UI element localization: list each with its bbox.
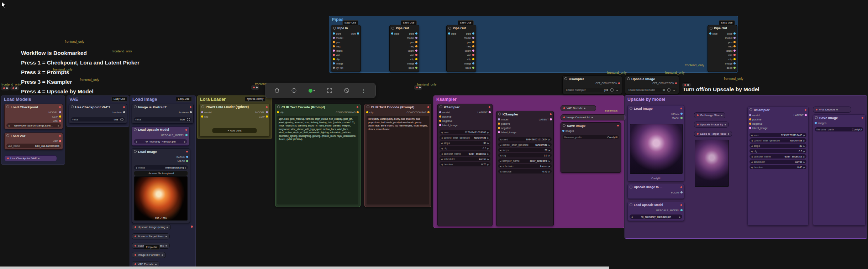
node-header[interactable]: Load Upscale Model [132,127,189,133]
widget-row[interactable]: ◀seed624957203118465▶ [749,133,806,137]
slot-dot[interactable] [185,134,188,136]
enable-ksampler-toggle[interactable]: Enable Ksampler yes → [564,88,620,92]
slot-dot[interactable] [498,131,500,133]
widget-row[interactable]: ◀seed617161431003762▶ [440,130,490,134]
collapse-dot[interactable] [563,124,565,127]
next-arrow-icon[interactable]: ▶ [803,145,805,147]
slot-dot[interactable] [357,111,359,113]
slot-dot[interactable] [584,108,585,109]
next-arrow-icon[interactable]: ▶ [487,136,489,139]
node-header[interactable]: Save Image [813,115,865,120]
info-button[interactable]: i [291,88,296,93]
collapsed-node[interactable] [1,86,10,91]
node-header[interactable]: Load Image [628,105,684,111]
prev-arrow-icon[interactable]: ◀ [751,155,753,158]
slot-dot[interactable] [733,37,736,39]
slot-dot[interactable] [415,50,417,52]
collapse-dot[interactable] [391,27,394,30]
slot-dot[interactable] [357,32,359,35]
collapse-dot[interactable] [6,105,9,108]
prev-arrow-icon[interactable]: ◀ [751,161,753,163]
slot-dot[interactable] [749,127,751,129]
toggle-icon[interactable] [667,88,670,92]
next-arrow-icon[interactable]: ▶ [487,131,489,134]
next-arrow-icon[interactable]: ▶ [679,216,681,218]
node-ksampler-2[interactable]: KSampler modelpositivenegativelatent_ima… [496,111,554,226]
next-arrow-icon[interactable]: ▶ [803,155,805,158]
next-arrow-icon[interactable]: ▶ [58,124,59,127]
slot-dot[interactable] [59,115,61,118]
collapse-dot[interactable] [201,105,204,108]
node-header[interactable]: Save Image [561,123,621,128]
slot-dot[interactable] [333,50,335,52]
next-arrow-icon[interactable]: ▶ [803,161,805,163]
slot-dot[interactable] [680,117,683,119]
group-title[interactable]: Load Image [132,97,157,102]
slot-dot[interactable] [733,41,736,43]
slot-dot[interactable] [333,67,335,69]
node-header[interactable]: KSampler [496,111,553,117]
slot-dot[interactable] [415,32,417,35]
collapse-dot[interactable] [710,27,712,30]
slot-dot[interactable] [472,32,474,35]
prev-arrow-icon[interactable]: ◀ [751,166,753,169]
widget-row[interactable]: ◀cfg6.0▶ [498,153,552,157]
node-clip-text-encode-negative[interactable]: CLIP Text Encode (Prompt) clip CONDITION… [364,104,431,207]
value-toggle-widget[interactable]: value true [71,117,125,121]
node-power-lora-loader[interactable]: Power Lora Loader (rgthree) modelclip MO… [199,104,270,136]
prev-arrow-icon[interactable]: ◀ [500,149,501,151]
node-pipe-in[interactable]: Pipe In pipemodelposneglatentvaeclipimag… [331,25,361,72]
slot-dot[interactable] [266,111,268,113]
slot-dot[interactable] [333,58,335,60]
fit-view-button[interactable] [327,88,332,93]
slot-dot[interactable] [415,67,417,69]
node-header[interactable]: Use Checkpoint VAE? [69,104,127,110]
node-load-image[interactable]: Load Image IMAGEMASK ◀ image offsetdefdd… [132,148,190,223]
prev-arrow-icon[interactable]: ◀ [631,216,633,218]
slot-dot[interactable] [439,120,441,122]
slot-dot[interactable] [728,133,729,135]
ckpt-name-widget[interactable]: ◀ NewHicker Saffron Manga.safet… ▶ [6,123,61,128]
slot-dot[interactable] [489,111,491,113]
node-header[interactable]: Load Upscale Model [628,202,684,208]
next-arrow-icon[interactable]: ▶ [803,139,805,142]
slot-dot[interactable] [721,115,722,116]
group-title[interactable]: Pipes [332,17,343,22]
widget-row[interactable]: ◀sampler_nameeuler_ancestral▶ [749,154,806,159]
next-arrow-icon[interactable]: ▶ [548,165,550,167]
slot-dot[interactable] [618,82,620,84]
slot-dot[interactable] [498,123,500,125]
widget-row[interactable]: ◀control_after_generaterandomize▶ [749,138,806,143]
slot-dot[interactable] [59,111,61,113]
slot-dot[interactable] [472,58,474,60]
enable-upscale-toggle[interactable]: Enable Upscale by model no → [627,88,677,92]
node-pipe-out[interactable]: Pipe Out pipe pipemodelposneglatentvaecl… [389,25,419,72]
node-use-checkpoint-vae[interactable]: Use Checkpoint VAE? boolean value true [69,104,127,124]
prev-arrow-icon[interactable]: ◀ [441,131,443,134]
node-header[interactable]: Pipe Out [390,25,419,31]
slot-dot[interactable] [472,45,474,47]
upscale-model-widget[interactable]: ◀ 4x_foolhardy_Remacri.pth ▶ [134,139,187,144]
node-load-checkpoint[interactable]: Load Checkpoint MODELCLIPVAE ◀ NewHicker… [4,104,63,129]
prev-arrow-icon[interactable]: ◀ [500,154,501,157]
slot-dot[interactable] [333,54,335,56]
node-header[interactable]: Ksampler [563,76,622,82]
node-pipe-out[interactable]: Pipe Out pipe pipemodelposneglatentvaecl… [707,25,737,72]
node-header[interactable]: Power Lora Loader (rgthree) [200,104,269,110]
node-header[interactable]: Upscale Image [625,76,679,82]
slot-dot[interactable] [333,41,335,43]
slot-dot[interactable] [415,45,417,47]
widget-row[interactable]: ◀denoise0.45▶ [749,165,806,169]
canvas-toolbar[interactable]: i ▾ ⋮ [265,83,376,98]
widget-row[interactable]: ◀steps30▶ [498,148,552,152]
collapse-dot[interactable] [134,150,137,153]
prev-arrow-icon[interactable]: ◀ [441,142,443,144]
slot-dot[interactable] [167,227,168,228]
collapse-dot[interactable] [630,107,632,110]
node-upscale-load-image[interactable]: Load Image IMAGEMASK ComfyUI [627,105,684,181]
prev-arrow-icon[interactable]: ◀ [441,152,443,155]
slot-dot[interactable] [472,62,474,64]
slot-dot[interactable] [749,114,751,116]
slot-dot[interactable] [733,45,736,47]
node-save-image[interactable]: Save Image images filename_prefix ComfyU… [561,122,621,173]
